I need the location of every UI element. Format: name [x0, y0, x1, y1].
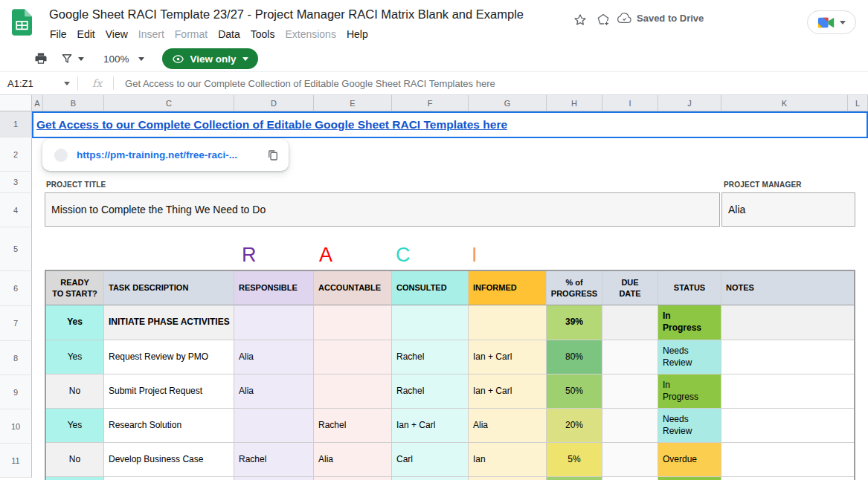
cell-r10-alia[interactable]: Alia — [469, 409, 547, 443]
cell-a1-link[interactable]: Get Access to our Complete Collection of… — [36, 111, 507, 137]
cell-r11-ian[interactable]: Ian — [469, 443, 547, 477]
cell-r11-5[interactable]: 5% — [547, 443, 602, 477]
formula-content[interactable]: Get Access to our Complete Collection of… — [125, 78, 495, 89]
cell-r11-develop-business-case[interactable]: Develop Business Case — [104, 443, 234, 477]
row-header-2[interactable]: 2 — [0, 137, 32, 172]
cell-r8-yes[interactable]: Yes — [46, 340, 104, 374]
cell-r8-c7[interactable] — [602, 340, 658, 374]
table-header-task-description[interactable]: TASK DESCRIPTION — [104, 271, 234, 305]
table-header-informed[interactable]: INFORMED — [469, 271, 547, 305]
cell-r7-c5[interactable] — [469, 305, 547, 340]
cell-r12-c3[interactable] — [314, 477, 392, 480]
table-header-due-date[interactable]: DUE DATE — [602, 271, 658, 305]
cell-r11-c9[interactable] — [721, 443, 854, 477]
table-header-ready-to-start[interactable]: READY TO START? — [46, 271, 104, 305]
menu-extensions[interactable]: Extensions — [280, 26, 341, 42]
menu-file[interactable]: File — [45, 26, 72, 42]
row-header-3[interactable]: 3 — [0, 172, 32, 193]
cell-r8-needs-review[interactable]: Needs Review — [658, 340, 721, 374]
row-header-4[interactable]: 4 — [0, 193, 32, 227]
filter-button[interactable] — [60, 52, 84, 65]
saved-to-drive-status[interactable]: Saved to Drive — [617, 11, 704, 25]
menu-format[interactable]: Format — [170, 26, 213, 42]
document-title[interactable]: Google Sheet RACI Template 23/27 - Proje… — [49, 7, 524, 22]
cell-r9-ian-carl[interactable]: Ian + Carl — [469, 374, 547, 409]
col-header-l[interactable]: L — [848, 95, 868, 111]
cell-r9-alia[interactable]: Alia — [234, 374, 314, 409]
star-icon[interactable] — [570, 10, 591, 30]
zoom-control[interactable]: 100% — [103, 53, 144, 65]
cell-r9-c3[interactable] — [314, 374, 392, 409]
menu-data[interactable]: Data — [213, 26, 245, 42]
cell-r7-initiate-phase-activities[interactable]: INITIATE PHASE ACTIVITIES — [104, 305, 234, 340]
table-header-consulted[interactable]: CONSULTED — [392, 271, 469, 305]
cell-r7-39[interactable]: 39% — [547, 305, 602, 340]
col-header-b[interactable]: B — [43, 95, 104, 111]
cell-r7-c4[interactable] — [392, 305, 469, 340]
col-header-j[interactable]: J — [658, 95, 721, 111]
cell-r9-no[interactable]: No — [46, 374, 104, 409]
row-header-11[interactable]: 11 — [0, 444, 32, 478]
cell-r12-c6[interactable] — [547, 477, 602, 480]
cell-r12-c8[interactable] — [658, 477, 721, 480]
cell-r9-rachel[interactable]: Rachel — [392, 374, 469, 409]
cell-r10-c7[interactable] — [602, 409, 658, 443]
cell-r9-c9[interactable] — [721, 374, 854, 409]
cell-r10-20[interactable]: 20% — [547, 409, 602, 443]
col-header-g[interactable]: G — [469, 95, 547, 111]
select-all-corner[interactable] — [0, 95, 32, 111]
cell-r9-submit-project-request[interactable]: Submit Project Request — [104, 374, 234, 409]
cell-r10-yes[interactable]: Yes — [46, 409, 104, 443]
table-header-responsible[interactable]: RESPONSIBLE — [234, 271, 314, 305]
meet-button[interactable] — [807, 10, 856, 34]
cell-r8-ian-carl[interactable]: Ian + Carl — [469, 340, 547, 374]
col-header-i[interactable]: I — [602, 95, 658, 111]
col-header-e[interactable]: E — [314, 95, 392, 111]
row-header-6[interactable]: 6 — [0, 271, 32, 306]
cell-r7-yes[interactable]: Yes — [46, 305, 104, 340]
cell-r8-request-review-by-pmo[interactable]: Request Review by PMO — [104, 340, 234, 374]
row-header-5[interactable]: 5 — [0, 227, 32, 271]
cell-r11-overdue[interactable]: Overdue — [658, 443, 721, 477]
copy-link-icon[interactable] — [266, 149, 280, 162]
cell-r9-50[interactable]: 50% — [547, 374, 602, 409]
table-header-status[interactable]: STATUS — [658, 271, 721, 305]
cell-r9-in-progress[interactable]: In Progress — [658, 374, 721, 409]
cell-r9-c7[interactable] — [602, 374, 658, 409]
cell-r7-c9[interactable] — [721, 305, 854, 340]
cell-r12-c1[interactable] — [104, 477, 234, 480]
add-shortcut-to-drive-icon[interactable] — [593, 10, 614, 30]
col-header-f[interactable]: F — [392, 95, 469, 111]
sheets-logo-icon[interactable] — [12, 9, 32, 39]
menu-insert[interactable]: Insert — [133, 26, 170, 42]
cell-r7-c3[interactable] — [314, 305, 392, 340]
print-button[interactable] — [33, 51, 48, 66]
cell-r8-c3[interactable] — [314, 340, 392, 374]
menu-edit[interactable]: Edit — [72, 26, 100, 42]
link-url[interactable]: https://pm-training.net/free-raci-... — [77, 149, 237, 160]
cell-r11-alia[interactable]: Alia — [314, 443, 392, 477]
cell-r8-rachel[interactable]: Rachel — [392, 340, 469, 374]
cell-r12-c0[interactable] — [46, 477, 104, 480]
col-header-c[interactable]: C — [104, 95, 234, 111]
row-header-9[interactable]: 9 — [0, 375, 32, 409]
cell-r11-rachel[interactable]: Rachel — [234, 443, 314, 477]
col-header-a[interactable]: A — [32, 95, 43, 111]
menu-help[interactable]: Help — [341, 26, 373, 42]
cell-r7-c2[interactable] — [234, 305, 314, 340]
cell-r8-alia[interactable]: Alia — [234, 340, 314, 374]
cell-r7-in-progress[interactable]: In Progress — [658, 305, 721, 340]
cell-r10-c9[interactable] — [721, 409, 854, 443]
cell-r10-rachel[interactable]: Rachel — [314, 409, 392, 443]
name-box[interactable]: A1:Z1 — [0, 78, 70, 89]
cell-r7-c7[interactable] — [602, 305, 658, 340]
cell-r8-c9[interactable] — [721, 340, 854, 374]
cell-r12-c2[interactable] — [234, 477, 314, 480]
row-header-7[interactable]: 7 — [0, 306, 32, 341]
row-header-1[interactable]: 1 — [0, 111, 32, 137]
cell-r12-c9[interactable] — [721, 477, 854, 480]
cell-r8-80[interactable]: 80% — [547, 340, 602, 374]
view-only-button[interactable]: View only — [162, 48, 258, 69]
row-header-8[interactable]: 8 — [0, 341, 32, 375]
cell-r10-c2[interactable] — [234, 409, 314, 443]
